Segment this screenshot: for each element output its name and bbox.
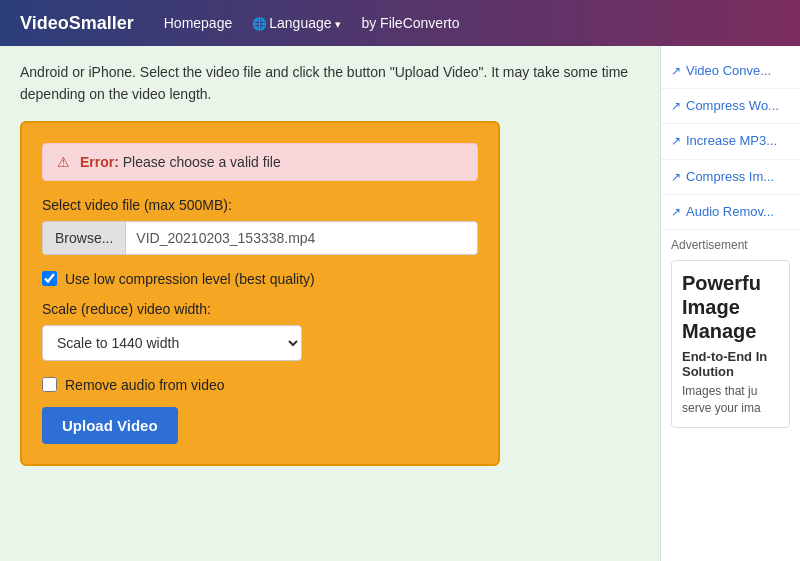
compression-checkbox[interactable] [42, 271, 57, 286]
scale-select[interactable]: Scale to 1440 width Scale to 1280 width … [42, 325, 302, 361]
sidebar-item-increase-mp3[interactable]: ↗ Increase MP3... [661, 124, 800, 159]
compression-label[interactable]: Use low compression level (best quality) [65, 271, 315, 287]
sidebar-item-video-converto[interactable]: ↗ Video Conve... [661, 54, 800, 89]
sidebar-item-compress-wo[interactable]: ↗ Compress Wo... [661, 89, 800, 124]
audio-checkbox[interactable] [42, 377, 57, 392]
selected-file-name: VID_20210203_153338.mp4 [126, 222, 477, 254]
sidebar-item-audio-remov[interactable]: ↗ Audio Remov... [661, 195, 800, 230]
file-field-label: Select video file (max 500MB): [42, 197, 478, 213]
ad-subtitle: End-to-End In Solution [682, 349, 779, 379]
nav-fileconverto[interactable]: by FileConverto [361, 15, 459, 31]
audio-checkbox-row: Remove audio from video [42, 377, 478, 393]
nav-links: Homepage 🌐Language by FileConverto [164, 15, 460, 31]
upload-card: ⚠ Error: Please choose a valid file Sele… [20, 121, 500, 466]
sidebar-icon-audio-remov: ↗ [671, 204, 681, 221]
upload-button[interactable]: Upload Video [42, 407, 178, 444]
sidebar-item-compress-im[interactable]: ↗ Compress Im... [661, 160, 800, 195]
browse-button[interactable]: Browse... [43, 222, 126, 254]
sidebar-icon-video: ↗ [671, 63, 681, 80]
error-message: Please choose a valid file [123, 154, 281, 170]
ad-card: Powerfu Image Manage End-to-End In Solut… [671, 260, 790, 428]
language-icon: 🌐 [252, 17, 267, 31]
navbar: VideoSmaller Homepage 🌐Language by FileC… [0, 0, 800, 46]
nav-homepage[interactable]: Homepage [164, 15, 233, 31]
error-icon: ⚠ [57, 154, 70, 170]
error-banner: ⚠ Error: Please choose a valid file [42, 143, 478, 181]
sidebar-label-compress-im: Compress Im... [686, 168, 790, 186]
ad-text: Images that ju serve your ima [682, 383, 779, 417]
scale-label: Scale (reduce) video width: [42, 301, 478, 317]
file-input-row: Browse... VID_20210203_153338.mp4 [42, 221, 478, 255]
sidebar-label-audio-remov: Audio Remov... [686, 203, 790, 221]
sidebar-label-increase-mp3: Increase MP3... [686, 132, 790, 150]
ad-title: Powerfu Image Manage [682, 271, 779, 343]
compression-checkbox-row: Use low compression level (best quality) [42, 271, 478, 287]
advertisement-section: Advertisement Powerfu Image Manage End-t… [661, 230, 800, 436]
sidebar-label-compress-wo: Compress Wo... [686, 97, 790, 115]
sidebar: ↗ Video Conve... ↗ Compress Wo... ↗ Incr… [660, 46, 800, 561]
nav-language[interactable]: 🌐Language [252, 15, 341, 31]
sidebar-icon-compress-wo: ↗ [671, 98, 681, 115]
sidebar-icon-compress-im: ↗ [671, 169, 681, 186]
advertisement-label: Advertisement [671, 238, 790, 252]
content-area: Android or iPhone. Select the video file… [0, 46, 660, 561]
main-layout: Android or iPhone. Select the video file… [0, 46, 800, 561]
audio-label[interactable]: Remove audio from video [65, 377, 225, 393]
sidebar-icon-increase-mp3: ↗ [671, 133, 681, 150]
error-bold: Error: [80, 154, 119, 170]
intro-text: Android or iPhone. Select the video file… [20, 61, 640, 106]
sidebar-label-video: Video Conve... [686, 62, 790, 80]
brand-logo[interactable]: VideoSmaller [20, 13, 134, 34]
